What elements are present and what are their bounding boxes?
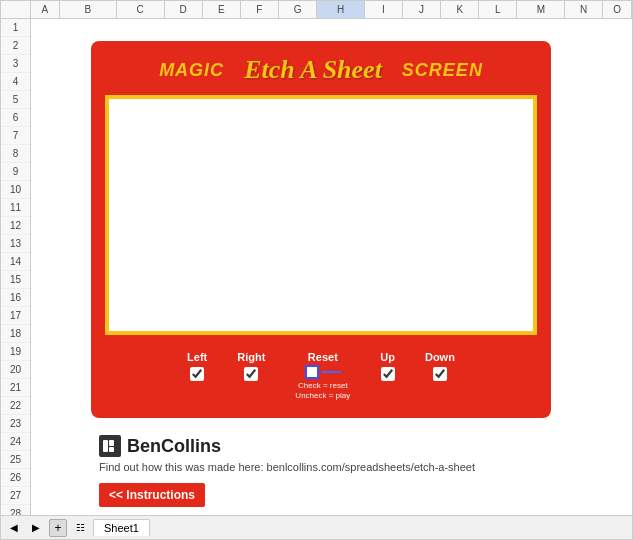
col-header-o: O: [603, 1, 632, 18]
row-num-27: 27: [1, 487, 30, 505]
col-header-n: N: [565, 1, 603, 18]
reset-box: [305, 365, 319, 379]
ben-collins-logo: BenCollins: [99, 435, 475, 457]
right-checkbox[interactable]: [244, 367, 258, 381]
ben-collins-name: BenCollins: [127, 436, 221, 457]
col-header-l: L: [479, 1, 517, 18]
row-num-24: 24: [1, 433, 30, 451]
row-num-21: 21: [1, 379, 30, 397]
reset-control: Reset Check = reset Uncheck = play: [295, 351, 350, 402]
bc-icon: [99, 435, 121, 457]
svg-rect-1: [109, 440, 114, 446]
up-control: Up: [380, 351, 395, 381]
row-num-15: 15: [1, 271, 30, 289]
col-header-c: C: [117, 1, 165, 18]
bottom-tabs: ◀ ▶ + ☷ Sheet1: [1, 515, 632, 539]
row-num-4: 4: [1, 73, 30, 91]
col-header-g: G: [279, 1, 317, 18]
row-numbers: 1 2 3 4 5 6 7 8 9 10 11 12 13 14 15 16 1…: [1, 19, 31, 515]
left-control: Left: [187, 351, 207, 381]
col-header-m: M: [517, 1, 565, 18]
bc-logo-icon: [102, 438, 118, 454]
drawing-screen: [105, 95, 537, 335]
left-label: Left: [187, 351, 207, 363]
row-num-11: 11: [1, 199, 30, 217]
main-area: 1 2 3 4 5 6 7 8 9 10 11 12 13 14 15 16 1…: [1, 19, 632, 515]
tab-left-arrow[interactable]: ◀: [5, 519, 23, 537]
reset-checkbox-area: Check = reset Uncheck = play: [295, 365, 350, 402]
col-header-k: K: [441, 1, 479, 18]
row-num-25: 25: [1, 451, 30, 469]
left-checkbox[interactable]: [190, 367, 204, 381]
row-num-2: 2: [1, 37, 30, 55]
col-header-a: A: [31, 1, 60, 18]
reset-check-hint: Check = reset: [298, 381, 348, 391]
add-sheet-button[interactable]: +: [49, 519, 67, 537]
row-num-6: 6: [1, 109, 30, 127]
tab-right-arrow[interactable]: ▶: [27, 519, 45, 537]
spreadsheet-shell: A B C D E F G H I J K L M N O 1 2 3 4 5 …: [0, 0, 633, 540]
row-num-18: 18: [1, 325, 30, 343]
row-num-22: 22: [1, 397, 30, 415]
up-label: Up: [380, 351, 395, 363]
sheet1-tab[interactable]: Sheet1: [93, 519, 150, 536]
row-num-16: 16: [1, 289, 30, 307]
row-num-13: 13: [1, 235, 30, 253]
column-headers: A B C D E F G H I J K L M N O: [1, 1, 632, 19]
instructions-button[interactable]: << Instructions: [99, 483, 205, 507]
down-checkbox[interactable]: [433, 367, 447, 381]
row-num-17: 17: [1, 307, 30, 325]
row-num-10: 10: [1, 181, 30, 199]
row-num-9: 9: [1, 163, 30, 181]
right-label: Right: [237, 351, 265, 363]
reset-label: Reset: [308, 351, 338, 363]
controls-row: Left Right Reset: [105, 347, 537, 406]
row-num-5: 5: [1, 91, 30, 109]
etch-title: Etch A Sheet: [244, 55, 382, 85]
corner-cell: [1, 1, 31, 18]
svg-rect-0: [103, 440, 108, 452]
row-num-7: 7: [1, 127, 30, 145]
up-checkbox[interactable]: [381, 367, 395, 381]
row-num-26: 26: [1, 469, 30, 487]
row-num-23: 23: [1, 415, 30, 433]
col-header-d: D: [165, 1, 203, 18]
row-num-14: 14: [1, 253, 30, 271]
magic-label: MAGIC: [159, 60, 224, 81]
down-label: Down: [425, 351, 455, 363]
screen-label: SCREEN: [402, 60, 483, 81]
col-header-f: F: [241, 1, 279, 18]
col-header-h: H: [317, 1, 365, 18]
col-header-b: B: [60, 1, 117, 18]
row-num-12: 12: [1, 217, 30, 235]
ben-collins-link: Find out how this was made here: benlcol…: [99, 461, 475, 473]
reset-uncheck-hint: Uncheck = play: [295, 391, 350, 401]
cell-area: MAGIC Etch A Sheet SCREEN Left Right: [31, 19, 632, 515]
col-header-j: J: [403, 1, 441, 18]
row-num-20: 20: [1, 361, 30, 379]
down-control: Down: [425, 351, 455, 381]
svg-rect-2: [109, 447, 114, 452]
col-header-i: I: [365, 1, 403, 18]
row-num-3: 3: [1, 55, 30, 73]
etch-widget: MAGIC Etch A Sheet SCREEN Left Right: [91, 41, 551, 418]
tab-grid-icon[interactable]: ☷: [71, 519, 89, 537]
etch-title-bar: MAGIC Etch A Sheet SCREEN: [105, 55, 537, 85]
row-num-8: 8: [1, 145, 30, 163]
branding: BenCollins Find out how this was made he…: [99, 435, 475, 473]
row-num-1: 1: [1, 19, 30, 37]
row-num-19: 19: [1, 343, 30, 361]
right-control: Right: [237, 351, 265, 381]
col-header-e: E: [203, 1, 241, 18]
row-num-28: 28: [1, 505, 30, 515]
